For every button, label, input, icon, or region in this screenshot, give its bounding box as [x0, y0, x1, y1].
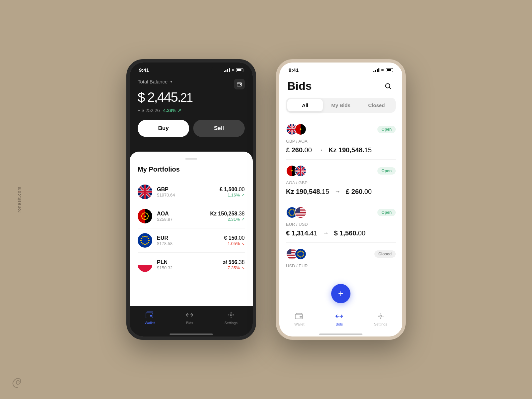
svg-rect-30	[138, 233, 152, 248]
time-wallet: 9:41	[139, 67, 149, 73]
bid-card-usd-eur[interactable]: Closed USD / EUR	[286, 243, 396, 276]
bid-header-4: Closed	[286, 248, 396, 260]
bid-amounts-3: € 1,314.41 → $ 1,560.00	[286, 229, 396, 237]
bid-header-3: Open	[286, 206, 396, 218]
home-indicator-wallet	[170, 333, 213, 335]
svg-point-140	[380, 314, 381, 315]
nav-wallet-active[interactable]: Wallet	[145, 310, 155, 325]
svg-point-125	[303, 252, 304, 253]
nav-bids-wallet[interactable]: Bids	[185, 310, 194, 325]
settings-label-light: Settings	[374, 322, 387, 326]
signal-bar-l1	[373, 71, 374, 72]
gbp-info: GBP $1970.64	[157, 187, 219, 198]
flag-aoa-1: ✦	[295, 123, 307, 135]
svg-rect-122	[295, 249, 306, 259]
pln-usd: $150.32	[157, 265, 223, 270]
change-percent: 4.28% ↗	[163, 108, 182, 113]
bid-card-gbp-aoa[interactable]: ✦ Open GBP / AOA £ 260.00	[286, 118, 396, 160]
svg-rect-106	[295, 214, 306, 214]
bid-card-eur-usd[interactable]: Open EUR / USD € 1,314.41 → $ 1,560.00	[286, 201, 396, 243]
portfolio-item-eur[interactable]: EUR $178.58 € 150.00 1.05% ↘	[138, 228, 245, 253]
bid-card-aoa-gbp[interactable]: ✦	[286, 160, 396, 201]
pln-info: PLN $150.32	[157, 259, 223, 270]
svg-point-50	[233, 315, 234, 316]
portfolio-item-pln[interactable]: PLN $150.32 zł 556.38 7.35% ↘	[138, 253, 245, 277]
bid-to-2: £ 260.00	[346, 188, 372, 196]
bids-label-light: Bids	[335, 322, 342, 326]
status-closed-4: Closed	[374, 250, 396, 258]
signal-bar-l3	[377, 69, 378, 72]
bottom-nav-bids: Wallet Bids	[279, 308, 402, 332]
flag-eur	[138, 233, 152, 248]
portfolios-panel: My Portfolios	[130, 152, 253, 306]
svg-point-52	[230, 317, 231, 318]
tab-all[interactable]: All	[287, 99, 323, 111]
gbp-change: 1.16% ↗	[219, 193, 245, 198]
tab-closed[interactable]: Closed	[359, 99, 394, 111]
nav-wallet-bids[interactable]: Wallet	[294, 312, 304, 326]
pair-flags-1: ✦	[286, 123, 307, 135]
settings-nav-label-dark: Settings	[224, 321, 238, 325]
tab-filter: All My Bids Closed	[286, 98, 396, 113]
pair-flags-2: ✦	[286, 165, 307, 177]
pln-change: 7.35% ↘	[223, 265, 245, 270]
wifi-icon-light: ≈	[381, 67, 384, 72]
nav-settings-wallet[interactable]: Settings	[224, 310, 238, 325]
eur-currency: EUR	[157, 235, 224, 241]
signal-bar-3	[227, 69, 228, 72]
bid-amounts-1: £ 260.00 → Kz 190,548.15	[286, 146, 396, 154]
svg-rect-136	[300, 316, 302, 318]
total-balance-label: Total Balance ▼	[138, 79, 193, 84]
sell-button[interactable]: Sell	[193, 120, 245, 137]
svg-point-35	[148, 242, 149, 243]
portfolio-item-gbp[interactable]: GBP $1970.64 £ 1,500.00 1.16% ↗	[138, 180, 245, 204]
eur-info: EUR $178.58	[157, 235, 224, 246]
aoa-currency: AOA	[157, 211, 210, 217]
bids-title: Bids	[287, 79, 312, 92]
search-button[interactable]	[382, 80, 394, 92]
pln-amount: zł 556.38	[223, 259, 245, 265]
svg-rect-45	[138, 265, 152, 272]
action-buttons: Buy Sell	[138, 120, 245, 137]
pln-currency: PLN	[157, 259, 223, 265]
svg-rect-108	[295, 215, 306, 216]
battery-icon-wallet	[236, 68, 243, 72]
pair-label-4: USD / EUR	[286, 263, 396, 268]
signal-bar-1	[224, 71, 225, 72]
settings-nav-icon-light	[376, 312, 385, 321]
eur-values: € 150.00 1.05% ↘	[224, 235, 245, 246]
buy-button[interactable]: Buy	[138, 120, 189, 137]
bid-from-3: € 1,314.41	[286, 229, 318, 237]
arrow-icon-2: →	[334, 188, 340, 195]
balance-change: + $ 252.26 4.28% ↗	[138, 108, 193, 113]
notch-light	[319, 63, 362, 72]
svg-rect-107	[295, 214, 306, 215]
nav-bids-active[interactable]: Bids	[334, 312, 344, 326]
svg-point-139	[382, 316, 383, 317]
svg-point-127	[303, 255, 304, 256]
svg-point-138	[378, 316, 379, 317]
flag-aoa: ✦	[138, 209, 152, 223]
notch-dark	[170, 63, 213, 72]
svg-rect-105	[295, 213, 306, 213]
nav-settings-bids[interactable]: Settings	[374, 312, 387, 326]
svg-point-130	[299, 256, 300, 257]
phone-wallet: 9:41 ≈	[126, 59, 256, 340]
wallet-header: Total Balance ▼ $ 2,445.21 + $ 252.26 4.…	[130, 75, 253, 144]
svg-rect-109	[295, 216, 306, 217]
svg-rect-47	[150, 315, 152, 317]
bid-from-1: £ 260.00	[286, 146, 312, 154]
svg-text:✦: ✦	[299, 127, 302, 132]
aoa-info: AOA $258.87	[157, 211, 210, 222]
phones-container: 9:41 ≈	[126, 59, 406, 340]
portfolio-item-aoa[interactable]: ✦ AOA $258.87 Kz 150,258.38	[138, 204, 245, 228]
fab-add[interactable]: +	[331, 284, 350, 303]
flag-pln	[138, 257, 152, 272]
bid-to-3: $ 1,560.00	[334, 229, 366, 237]
bid-header-2: ✦	[286, 165, 396, 177]
svg-point-34	[148, 240, 150, 241]
aoa-amount: Kz 150,258.38	[210, 211, 245, 217]
svg-text:✦: ✦	[143, 214, 147, 219]
arrow-up-icon: ↗	[178, 108, 182, 113]
tab-my-bids[interactable]: My Bids	[323, 99, 358, 111]
